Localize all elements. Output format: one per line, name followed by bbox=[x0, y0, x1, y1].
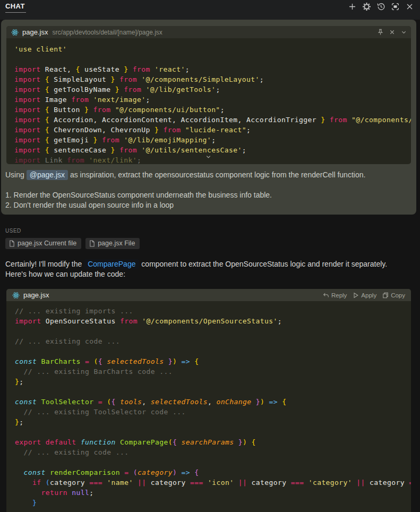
code-line: const renderComparison = (category) => { bbox=[15, 467, 411, 477]
code-line: // ... existing ToolSelector code ... bbox=[15, 407, 411, 417]
code-line: import { getToolByName } from '@/lib/get… bbox=[14, 84, 411, 95]
code-card-header: page.jsx src/app/devtools/detail/[name]/… bbox=[6, 26, 411, 38]
reply-button[interactable]: Reply bbox=[323, 292, 347, 298]
copy-button[interactable]: Copy bbox=[382, 292, 405, 298]
code-line bbox=[15, 457, 411, 467]
apply-button[interactable]: Apply bbox=[353, 292, 376, 298]
message-line: Using @page.jsx as inspiration, extract … bbox=[5, 170, 410, 180]
code-line: if (category === 'name' || category === … bbox=[15, 477, 411, 488]
file-icon bbox=[9, 240, 15, 247]
code-card-filename: page.jsx bbox=[22, 28, 48, 36]
code-line: import { SimpleLayout } from '@/componen… bbox=[14, 74, 411, 84]
code-line: import OpenSourceStatus from '@/componen… bbox=[15, 316, 411, 326]
user-message-text: Using @page.jsx as inspiration, extract … bbox=[5, 170, 410, 210]
apply-label: Apply bbox=[361, 292, 376, 298]
code-line: 'use client' bbox=[14, 44, 411, 54]
used-file-chip[interactable]: page.jsx File bbox=[85, 238, 140, 249]
code-line: import { ChevronDown, ChevronUp } from "… bbox=[14, 125, 411, 135]
code-card-header: page.jsx Reply Apply Copy bbox=[6, 289, 411, 301]
react-icon bbox=[12, 292, 20, 299]
message-line: 2. Don't render the usual open source in… bbox=[5, 200, 410, 210]
close-icon[interactable] bbox=[405, 2, 414, 11]
open-in-editor-icon[interactable] bbox=[391, 2, 400, 11]
code-line bbox=[15, 326, 411, 336]
apply-icon bbox=[353, 292, 359, 298]
close-icon[interactable] bbox=[389, 29, 396, 36]
code-line: import { sentenceCase } from '@/utils/se… bbox=[14, 145, 411, 155]
used-label: USED bbox=[5, 228, 140, 234]
code-line: // ... existing imports ... bbox=[15, 306, 411, 316]
reply-icon bbox=[323, 292, 329, 298]
code-line: } bbox=[15, 498, 411, 508]
message-line: Here's how we can update the code: bbox=[5, 269, 417, 279]
used-section: USED page.jsx Current file page.jsx File bbox=[5, 228, 140, 249]
chevron-down-icon[interactable] bbox=[400, 29, 407, 36]
code-line bbox=[15, 427, 411, 437]
chat-panel-header: CHAT bbox=[0, 0, 420, 20]
used-chip-label: page.jsx Current file bbox=[18, 240, 76, 247]
code-line bbox=[15, 346, 411, 356]
code-line: // ... existing code ... bbox=[15, 447, 411, 457]
assistant-message-text: Certainly! I'll modify the ComparePage c… bbox=[5, 259, 417, 279]
code-preview: 'use client'import React, { useState } f… bbox=[6, 38, 411, 164]
code-line: export default function ComparePage({ se… bbox=[15, 437, 411, 447]
code-line: import Link from 'next/link'; bbox=[14, 155, 411, 164]
used-file-chip[interactable]: page.jsx Current file bbox=[5, 238, 81, 249]
code-line: import Image from 'next/image'; bbox=[14, 95, 411, 105]
reply-label: Reply bbox=[331, 292, 347, 298]
code-line: import { Accordion, AccordionContent, Ac… bbox=[14, 115, 411, 125]
code-card-filename: page.jsx bbox=[23, 291, 49, 299]
attached-code-card: page.jsx src/app/devtools/detail/[name]/… bbox=[6, 26, 411, 164]
message-line: 1. Render the OpenSourceStatus component… bbox=[5, 190, 410, 200]
react-icon bbox=[11, 29, 19, 36]
copy-label: Copy bbox=[391, 292, 405, 298]
code-line: import { getEmoji } from '@/lib/emojiMap… bbox=[14, 135, 411, 145]
inline-code-chip: ComparePage bbox=[84, 259, 139, 269]
file-icon bbox=[89, 240, 95, 247]
code-line: import React, { useState } from 'react'; bbox=[14, 64, 411, 74]
panel-title: CHAT bbox=[5, 2, 25, 10]
used-chip-label: page.jsx File bbox=[98, 240, 135, 247]
code-line: // ... existing code ... bbox=[15, 336, 411, 346]
code-line: import { Button } from "@/components/ui/… bbox=[14, 105, 411, 115]
code-line bbox=[15, 387, 411, 397]
code-line: return null; bbox=[15, 488, 411, 498]
expand-chevron-icon[interactable] bbox=[205, 153, 212, 163]
message-line bbox=[5, 180, 410, 190]
title-underline bbox=[5, 12, 26, 13]
history-icon[interactable] bbox=[376, 2, 385, 11]
new-chat-icon[interactable] bbox=[348, 2, 357, 11]
code-line: const ToolSelector = ({ tools, selectedT… bbox=[15, 397, 411, 407]
code-line: }; bbox=[15, 377, 411, 387]
pin-icon[interactable] bbox=[377, 29, 384, 36]
code-line: const BarCharts = ({ selectedTools }) =>… bbox=[15, 356, 411, 366]
file-mention-chip[interactable]: @page.jsx bbox=[27, 170, 68, 180]
code-block: // ... existing imports ...import OpenSo… bbox=[6, 301, 411, 508]
code-line bbox=[14, 54, 411, 64]
code-line: }; bbox=[15, 417, 411, 427]
user-message-card: page.jsx src/app/devtools/detail/[name]/… bbox=[1, 20, 416, 215]
code-card-filepath: src/app/devtools/detail/[name]/page.jsx bbox=[52, 29, 162, 36]
assistant-code-card: page.jsx Reply Apply Copy // ... existin… bbox=[6, 289, 411, 512]
message-line: Certainly! I'll modify the ComparePage c… bbox=[5, 259, 417, 269]
code-line: // ... existing BarCharts code ... bbox=[15, 366, 411, 377]
copy-icon bbox=[382, 292, 389, 298]
gear-icon[interactable] bbox=[362, 2, 371, 11]
